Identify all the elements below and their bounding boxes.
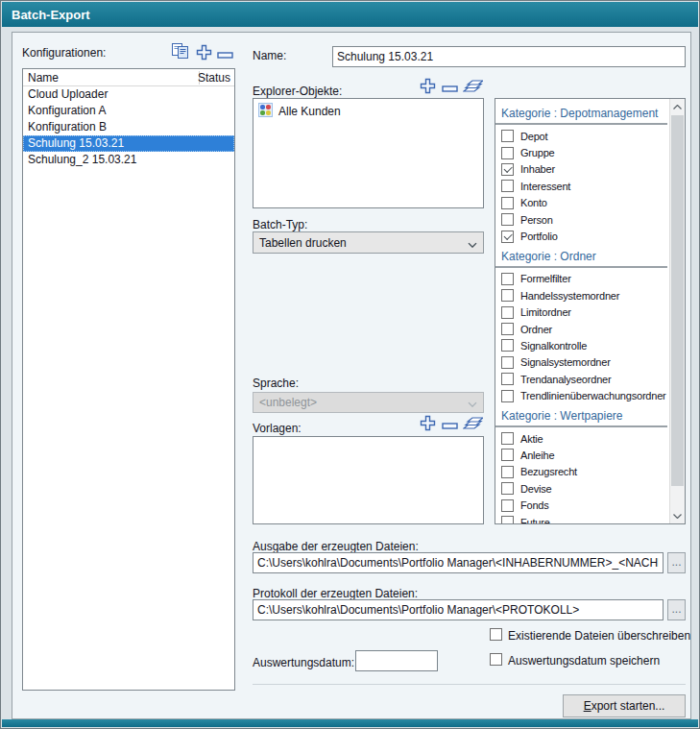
category-checkbox-row[interactable]: Anleihe [495,447,669,463]
config-name: Schulung_2 15.03.21 [28,153,136,166]
remove-explorer-object-icon[interactable] [442,83,458,96]
category-checkbox-row[interactable]: Konto [495,195,669,211]
checkbox-label: Limitordner [520,306,571,318]
category-checkbox-row[interactable]: Inhaber [495,161,669,178]
konfigurationen-label: Konfigurationen: [22,46,106,60]
category-checkbox-row[interactable]: Limitordner [495,304,669,321]
explorer-object-label: Alle Kunden [278,105,341,118]
checkbox-label: Anleihe [520,450,554,461]
checkbox[interactable] [501,180,514,192]
category-checkbox-row[interactable]: Aktie [495,430,669,447]
sprache-label: Sprache: [253,377,299,390]
checkbox-label: Depot [520,131,547,142]
checkbox[interactable] [501,339,514,352]
category-list: Kategorie : DepotmanagementDepotGruppeIn… [495,98,686,524]
save-date-checkbox-label: Auswertungsdatum speichern [508,654,660,668]
batch-typ-dropdown[interactable]: Tabellen drucken [253,231,484,254]
config-list-item[interactable]: Schulung 15.03.21 [23,135,234,152]
remove-config-icon[interactable] [217,49,233,62]
batch-export-window: Batch-Export Konfigurationen: Name [0,0,700,729]
checkbox[interactable] [501,231,514,243]
add-explorer-object-icon[interactable] [420,78,436,97]
name-input[interactable] [332,46,686,67]
category-checkbox-row[interactable]: Depot [495,128,669,144]
checkbox[interactable] [501,516,514,523]
chevron-down-icon [468,397,477,410]
scrollbar-thumb[interactable] [671,115,684,486]
checkbox[interactable] [501,432,514,445]
category-checkbox-row[interactable]: Trendanalyseordner [495,371,669,387]
category-checkbox-row[interactable]: Gruppe [495,144,669,160]
ausgabe-browse-button[interactable]: ... [667,552,686,573]
category-checkbox-row[interactable]: Devise [495,480,669,497]
category-checkbox-row[interactable]: Ordner [495,321,669,337]
category-checkbox-row[interactable]: Formelfilter [495,271,669,287]
remove-vorlage-icon[interactable] [442,420,458,433]
checkbox[interactable] [501,482,514,495]
checkbox[interactable] [501,356,514,369]
category-checkbox-row[interactable]: Handelssystemordner [495,287,669,304]
window-bottom-bar [2,719,698,727]
checkbox[interactable] [501,273,514,285]
checkbox[interactable] [501,306,514,319]
add-vorlage-icon[interactable] [420,415,436,434]
config-name: Konfiguration B [28,120,107,134]
category-checkbox-row[interactable]: Person [495,211,669,228]
column-header-name[interactable]: Name [28,69,59,86]
batch-typ-value: Tabellen drucken [259,236,347,250]
checkbox[interactable] [501,373,514,385]
category-checkbox-row[interactable]: Fonds [495,497,669,513]
add-config-icon[interactable] [196,44,212,63]
copy-config-icon[interactable] [170,42,191,63]
cascade-icon[interactable] [463,77,483,97]
category-checkbox-row[interactable]: Interessent [495,178,669,194]
checkbox[interactable] [501,147,514,159]
category-checkbox-row[interactable]: Trendlinienüberwachungsordner [495,387,669,403]
checkbox[interactable] [501,163,514,176]
checkbox[interactable] [501,289,514,302]
explorer-object-item[interactable]: Alle Kunden [253,99,483,120]
checkbox-label: Inhaber [520,163,555,175]
protokoll-browse-button[interactable]: ... [667,599,686,620]
protokoll-path-input[interactable] [253,599,664,620]
checkbox[interactable] [501,213,514,226]
auswertungsdatum-input[interactable] [355,650,438,671]
column-header-status[interactable]: Status [198,69,230,86]
config-list-item[interactable]: Cloud Uploader [23,86,234,103]
customers-group-icon [258,103,273,120]
config-list-header[interactable]: Name Status [23,69,234,86]
overwrite-checkbox-label: Existierende Dateien überschreiben [508,629,690,643]
checkbox[interactable] [501,390,514,402]
config-name: Konfiguration A [28,104,106,117]
config-list-item[interactable]: Konfiguration A [23,103,234,119]
checkbox[interactable] [501,323,514,335]
checkbox[interactable] [501,130,514,142]
category-checkbox-row[interactable]: Signalsystemordner [495,354,669,371]
checkbox-label: Interessent [520,181,570,192]
category-checkbox-row[interactable]: Future [495,514,669,523]
category-checkbox-row[interactable]: Signalkontrolle [495,337,669,353]
checkbox-label: Formelfilter [520,273,571,284]
checkbox[interactable] [501,499,514,512]
checkbox[interactable] [501,466,514,478]
overwrite-checkbox[interactable] [490,628,502,641]
checkbox-label: Gruppe [520,147,555,158]
checkbox-label: Signalsystemordner [520,356,611,368]
scroll-down-icon[interactable] [670,508,685,523]
explorer-objekte-label: Explorer-Objekte: [253,85,342,98]
scroll-up-icon[interactable] [670,99,685,114]
category-header: Kategorie : Depotmanagement [495,105,667,125]
checkbox-label: Aktie [520,433,543,445]
config-list-item[interactable]: Konfiguration B [23,119,234,135]
cascade-icon[interactable] [463,414,483,434]
title-bar: Batch-Export [2,2,698,27]
checkbox[interactable] [501,449,514,461]
checkbox[interactable] [501,197,514,209]
category-checkbox-row[interactable]: Bezugsrecht [495,464,669,480]
ausgabe-path-input[interactable] [253,552,664,573]
category-scrollbar[interactable] [669,99,685,523]
save-date-checkbox[interactable] [490,653,502,666]
category-checkbox-row[interactable]: Portfolio [495,228,669,244]
export-start-button[interactable]: Export starten... [563,694,686,717]
config-list-item[interactable]: Schulung_2 15.03.21 [23,152,234,168]
